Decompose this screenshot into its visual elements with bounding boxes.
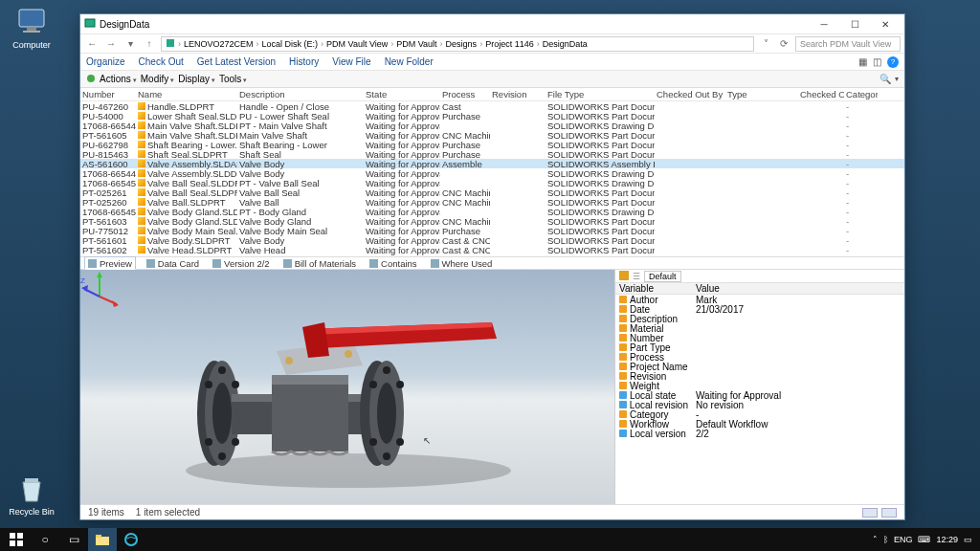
search-input[interactable]: Search PDM Vault View [795, 36, 901, 52]
view-layout-button[interactable]: ▦ [858, 56, 867, 67]
property-row[interactable]: Process [615, 352, 904, 362]
table-row[interactable]: PU-815463Shaft Seal.SLDPRTShaft SealWait… [80, 149, 904, 159]
property-row[interactable]: Local stateWaiting for Approval [615, 390, 904, 400]
svg-point-21 [232, 381, 239, 388]
table-row[interactable]: PU-775012Valve Body Main Seal.SLDPRTValv… [80, 226, 904, 235]
table-row[interactable]: PT-561603Valve Body Gland.SLDPRTValve Bo… [80, 216, 904, 226]
file-list-header[interactable]: Number Name Description State Process Re… [80, 88, 904, 101]
properties-panel: ☰ Default Variable Value AuthorMarkDate2… [615, 270, 904, 504]
property-icon [619, 363, 627, 370]
tray-expand-button[interactable]: ˄ [873, 535, 878, 544]
tray-keyboard-icon[interactable]: ⌨ [918, 535, 930, 544]
svg-marker-48 [81, 285, 88, 292]
cmd-organize[interactable]: Organize [86, 56, 125, 67]
tab-where-used[interactable]: Where Used [428, 258, 496, 269]
table-row[interactable]: PT-561605Main Valve Shaft.SLDPRTMain Val… [80, 130, 904, 140]
detail-tabs: PreviewData CardVersion 2/2Bill of Mater… [80, 256, 904, 270]
property-row[interactable]: Part Type [615, 342, 904, 352]
menu-modify[interactable]: Modify [141, 74, 174, 84]
solidworks-file-icon [138, 236, 145, 244]
tab-contains[interactable]: Contains [367, 258, 420, 269]
property-row[interactable]: Category- [615, 409, 904, 419]
nav-back-button[interactable]: ← [84, 36, 100, 52]
nav-history-button[interactable]: ▾ [122, 36, 138, 52]
nav-up-button[interactable]: ↑ [142, 36, 157, 52]
search-button[interactable]: ○ [31, 528, 59, 551]
svg-rect-7 [88, 259, 97, 268]
table-row[interactable]: PT-561601Valve Body.SLDPRTValve BodyWait… [80, 235, 904, 245]
svg-rect-26 [272, 375, 348, 385]
cmd-history[interactable]: History [289, 56, 319, 67]
breadcrumb[interactable]: ›LENOVO272CEM ›Local Disk (E:) ›PDM Vaul… [161, 36, 754, 52]
view-icons-button[interactable] [881, 508, 897, 518]
table-row[interactable]: PT-025261Valve Ball Seal.SLDPRTValve Bal… [80, 187, 904, 197]
desktop-icon-label: Recycle Bin [6, 507, 57, 517]
nav-forward-button[interactable]: → [103, 36, 119, 52]
svg-point-16 [212, 383, 232, 444]
table-row[interactable]: PT-561602Valve Head.SLDPRTValve HeadWait… [80, 245, 904, 254]
preview-pane[interactable]: Z ↖ [80, 270, 615, 504]
config-list-icon[interactable]: ☰ [633, 272, 640, 281]
table-row[interactable]: 17068-66545Valve Body Gland.SLDDRWPT - B… [80, 207, 904, 216]
close-button[interactable]: ✕ [870, 14, 901, 33]
solidworks-file-icon [138, 141, 145, 148]
tab-bill-of-materials[interactable]: Bill of Materials [280, 258, 359, 269]
property-row[interactable]: Material [615, 323, 904, 333]
property-row[interactable]: Number [615, 333, 904, 342]
cmd-new-folder[interactable]: New Folder [385, 56, 434, 67]
view-options-button[interactable]: ▾ [895, 75, 899, 83]
preview-pane-button[interactable]: ◫ [873, 56, 881, 67]
svg-point-18 [218, 452, 226, 460]
cmd-check-out[interactable]: Check Out [139, 56, 184, 67]
cmd-view-file[interactable]: View File [332, 56, 370, 67]
config-select[interactable]: Default [644, 271, 681, 282]
help-button[interactable]: ? [887, 56, 899, 68]
maximize-button[interactable]: ☐ [839, 14, 870, 33]
property-row[interactable]: Description [615, 314, 904, 323]
property-row[interactable]: Project Name [615, 362, 904, 371]
table-row[interactable]: 17068-66544Main Valve Shaft.SLDDRWPT - M… [80, 121, 904, 130]
menu-tools[interactable]: Tools [219, 74, 247, 84]
command-bar: Organize Check Out Get Latest Version Hi… [80, 54, 904, 71]
solidworks-file-icon [138, 198, 145, 206]
table-row[interactable]: PU-467260Handle.SLDPRTHandle - Open / Cl… [80, 101, 904, 111]
address-dropdown-button[interactable]: ˅ [758, 36, 773, 52]
desktop-icon-computer[interactable]: Computer [6, 6, 57, 50]
task-view-button[interactable]: ▭ [59, 528, 88, 551]
property-row[interactable]: Local version2/2 [615, 429, 904, 438]
table-row[interactable]: PU-54000Lower Shaft Seal.SLDPRTPU - Lowe… [80, 111, 904, 121]
col-type: Type [725, 89, 798, 99]
table-row[interactable]: PT-025260Valve Ball.SLDPRTValve BallWait… [80, 197, 904, 207]
table-row[interactable]: PU-662798Shaft Bearing - Lower.SLDPRTSha… [80, 140, 904, 149]
taskbar-ie[interactable] [117, 528, 145, 551]
solidworks-file-icon [138, 150, 145, 158]
file-list: Number Name Description State Process Re… [80, 88, 904, 256]
property-row[interactable]: Date21/03/2017 [615, 304, 904, 314]
refresh-button[interactable]: ⟳ [776, 36, 791, 52]
property-row[interactable]: Revision [615, 371, 904, 381]
menu-actions[interactable]: Actions [100, 74, 137, 84]
property-row[interactable]: WorkflowDefault Workflow [615, 419, 904, 429]
tray-notifications-button[interactable]: ▭ [964, 535, 972, 544]
menu-display[interactable]: Display [178, 74, 215, 84]
desktop-icon-recycle[interactable]: Recycle Bin [6, 473, 57, 517]
property-row[interactable]: Weight [615, 381, 904, 390]
cmd-get-latest[interactable]: Get Latest Version [197, 56, 276, 67]
table-row[interactable]: 17068-66545Valve Ball Seal.SLDDRWPT - Va… [80, 178, 904, 187]
minimize-button[interactable]: ─ [809, 14, 839, 33]
table-row[interactable]: 17068-66544Valve Assembly.SLDDRWValve Bo… [80, 168, 904, 178]
tab-preview[interactable]: Preview [84, 256, 136, 270]
taskbar-explorer[interactable] [88, 528, 117, 551]
property-row[interactable]: AuthorMark [615, 295, 904, 304]
svg-point-41 [396, 381, 404, 388]
col-name: Name [136, 89, 237, 99]
tab-version-2-2[interactable]: Version 2/2 [210, 258, 273, 269]
property-row[interactable]: Local revisionNo revision [615, 400, 904, 409]
start-button[interactable] [2, 528, 31, 551]
tray-bluetooth-icon[interactable]: ᛒ [883, 535, 888, 544]
tab-data-card[interactable]: Data Card [144, 258, 202, 269]
table-row[interactable]: AS-561600Valve Assembly.SLDASMValve Body… [80, 159, 904, 168]
search-icon[interactable]: 🔍 [880, 74, 891, 84]
tray-lang[interactable]: ENG [894, 535, 913, 544]
view-details-button[interactable] [862, 508, 878, 518]
